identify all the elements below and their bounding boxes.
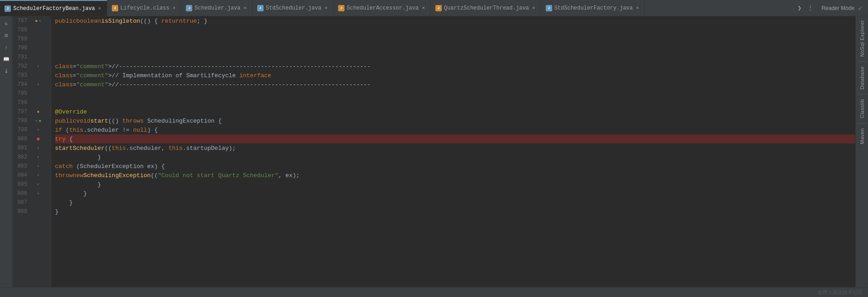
run-icon[interactable]: ● [39, 119, 41, 124]
fold-icon[interactable]: ▾ [37, 64, 40, 69]
tab-tab5[interactable]: JSchedulerAccessor.java× [334, 0, 431, 16]
tab-close-button[interactable]: × [172, 5, 177, 12]
tab-close-button[interactable]: × [97, 5, 102, 12]
tab-menu-button[interactable]: ⋮ [804, 0, 816, 16]
gutter-row: 788 [13, 25, 51, 35]
reader-mode-label: Reader Mode [822, 5, 855, 11]
fold-icon[interactable]: ▾ [35, 118, 38, 124]
tab-close-button[interactable]: × [635, 5, 640, 12]
right-panel-database[interactable]: Database [859, 63, 865, 93]
line-number: 788 [13, 27, 31, 33]
code-line: class="comment">// Implementation of Sma… [55, 71, 855, 80]
line-number: 789 [13, 36, 31, 42]
tab-close-button[interactable]: × [531, 5, 536, 12]
gutter-icons: ▾ [31, 173, 45, 178]
gutter-icons: ● [31, 135, 45, 143]
line-number: 798 [13, 118, 31, 124]
gutter-row: 805▾ [13, 180, 51, 189]
tab-bar: JSchedulerFactoryBean.java×JLifecycle.cl… [0, 0, 868, 16]
tab-java-icon: J [546, 5, 552, 11]
fold-icon[interactable]: ▾ [37, 82, 40, 87]
code-line: @Override [55, 107, 855, 116]
line-number: 793 [13, 72, 31, 79]
line-numbers-gutter: 787●▾788789790791792▾793794▾795796797●79… [13, 16, 51, 287]
gutter-icons: ▾ [31, 182, 45, 187]
code-line: throw new SchedulingException(("Could no… [55, 171, 855, 180]
tab-tab7[interactable]: JStdSchedulerFactory.java× [541, 0, 645, 16]
tab-overflow-button[interactable]: ❯ [795, 0, 804, 16]
gutter-row: 801▾ [13, 144, 51, 153]
gutter-icons: ● [31, 109, 45, 114]
code-line: } [55, 180, 855, 189]
code-line: } [55, 207, 855, 216]
gutter-icons: ▾ [31, 127, 45, 133]
right-sidebar: NoSql Explorer Database Classlib Maven [855, 16, 868, 287]
warning-icon[interactable]: ● [35, 19, 38, 24]
tab-label: SchedulerFactoryBean.java [13, 5, 95, 12]
sidebar-item-project[interactable]: P [1, 18, 12, 29]
divider-3 [858, 123, 867, 124]
fold-icon[interactable]: ▾ [37, 145, 40, 151]
fold-icon[interactable]: ▾ [37, 191, 40, 196]
divider-2 [858, 94, 867, 94]
gutter-icons: ▾ [31, 191, 45, 196]
right-panel-maven[interactable]: Maven [859, 124, 865, 148]
tab-java-icon: J [338, 5, 344, 11]
right-panel-nosql[interactable]: NoSql Explorer [859, 16, 865, 60]
tab-tab2[interactable]: JLifecycle.class× [107, 0, 182, 16]
fold-icon[interactable]: ▾ [37, 182, 40, 187]
code-line [55, 98, 855, 107]
code-line: } [55, 189, 855, 198]
tab-close-button[interactable]: × [421, 5, 426, 12]
fold-icon[interactable]: ▾ [37, 154, 40, 160]
tab-java-icon: J [257, 5, 264, 11]
gutter-row: 798▾● [13, 116, 51, 125]
tab-close-button[interactable]: × [324, 5, 329, 12]
code-container[interactable]: 787●▾788789790791792▾793794▾795796797●79… [13, 16, 855, 287]
gutter-row: 799▾ [13, 125, 51, 134]
tab-close-button[interactable]: × [243, 5, 248, 12]
code-line: } [55, 153, 855, 162]
line-number: 794 [13, 81, 31, 88]
code-line [55, 89, 855, 98]
reader-mode-area: Reader Mode ✓ [816, 0, 868, 16]
line-number: 795 [13, 90, 31, 97]
watermark-text: @稀土掘金技术社区 [818, 289, 863, 296]
gutter-icons: ▾ [31, 154, 45, 160]
line-number: 799 [13, 127, 31, 133]
gutter-row: 806▾ [13, 189, 51, 198]
code-line: class="comment">//----------------------… [55, 62, 855, 71]
breakpoint-icon[interactable]: ● [36, 135, 40, 143]
gutter-row: 797● [13, 107, 51, 116]
tab-tab3[interactable]: JScheduler.java× [181, 0, 252, 16]
fold-icon[interactable]: ▾ [37, 173, 40, 178]
tab-tab4[interactable]: JStdScheduler.java× [253, 0, 334, 16]
fold-icon[interactable]: ▾ [39, 18, 41, 24]
sidebar-item-learn[interactable]: 📖 [1, 54, 12, 64]
tab-label: Scheduler.java [195, 5, 240, 11]
code-line: public boolean isSingleton(() { return t… [55, 16, 855, 25]
warning-icon[interactable]: ● [37, 109, 40, 114]
gutter-row: 803▾ [13, 162, 51, 171]
right-panel-classlib[interactable]: Classlib [859, 95, 865, 122]
gutter-row: 795 [13, 89, 51, 98]
code-line: catch (SchedulerException ex) { [55, 162, 855, 171]
gutter-row: 807 [13, 198, 51, 207]
line-number: 806 [13, 190, 31, 197]
line-number: 796 [13, 99, 31, 106]
sidebar-item-commit[interactable]: ↑ [1, 42, 12, 53]
gutter-row: 793 [13, 71, 51, 80]
sidebar-item-pull[interactable]: ⤓ [1, 65, 12, 76]
gutter-icons: ▾ [31, 145, 45, 151]
sidebar-item-structure[interactable]: ≡ [1, 30, 12, 41]
gutter-icons: ▾ [31, 163, 45, 169]
tab-tab6[interactable]: JQuartzSchedulerThread.java× [431, 0, 541, 16]
gutter-row: 800● [13, 134, 51, 144]
reader-mode-check-icon[interactable]: ✓ [858, 4, 863, 13]
fold-icon[interactable]: ▾ [37, 127, 40, 133]
line-number: 787 [13, 18, 31, 24]
tab-tab1[interactable]: JSchedulerFactoryBean.java× [0, 0, 107, 16]
code-line: } [55, 198, 855, 207]
fold-icon[interactable]: ▾ [37, 163, 40, 169]
line-number: 801 [13, 145, 31, 151]
